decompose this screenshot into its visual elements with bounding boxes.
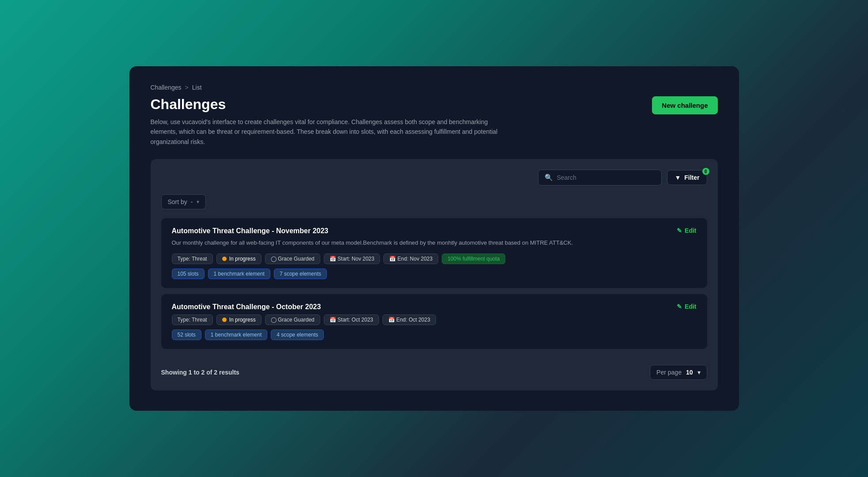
edit-button-2[interactable]: ✎ Edit: [677, 303, 696, 310]
challenge-title: Automotive Threat Challenge - October 20…: [172, 303, 697, 311]
edit-label: Edit: [685, 227, 696, 234]
tag-type: Type: Threat: [172, 314, 213, 325]
tag-scope: 4 scope elements: [271, 329, 324, 340]
filter-label: Filter: [684, 174, 699, 181]
page-header-text: Challenges Below, use vucavoid's interfa…: [151, 96, 513, 147]
per-page-select[interactable]: Per page 10 ▾: [650, 365, 707, 380]
edit-button-1[interactable]: ✎ Edit: [677, 227, 696, 234]
tag-slots: 105 slots: [172, 269, 205, 279]
status-dot-icon: [222, 257, 227, 261]
tag-start-date: 📅 Start: Nov 2023: [324, 254, 380, 264]
breadcrumb: Challenges > List: [151, 84, 718, 91]
search-box: 🔍: [538, 170, 662, 186]
tag-fulfillment: 100% fulfillment quota: [442, 254, 505, 264]
tag-end-date: 📅 End: Oct 2023: [383, 314, 436, 325]
tags-row-secondary: 52 slots 1 benchmark element 4 scope ele…: [172, 329, 697, 340]
content-panel: 🔍 ▼ Filter 0 Sort by - ▾ Automotive Thre…: [151, 159, 718, 390]
challenge-card: Automotive Threat Challenge - October 20…: [161, 294, 707, 349]
page-description: Below, use vucavoid's interface to creat…: [151, 117, 513, 147]
sort-label: Sort by: [168, 198, 187, 205]
tag-type: Type: Threat: [172, 254, 213, 264]
tag-benchmark: 1 benchmark element: [205, 329, 267, 340]
tag-user: ◯ Grace Guarded: [265, 254, 320, 264]
per-page-label: Per page: [656, 369, 682, 376]
per-page-value: 10: [686, 369, 693, 376]
toolbar: 🔍 ▼ Filter 0: [161, 170, 707, 186]
results-count: Showing 1 to 2 of 2 results: [161, 369, 239, 376]
per-page-arrow-icon: ▾: [697, 369, 701, 376]
breadcrumb-current: List: [192, 84, 202, 91]
edit-icon: ✎: [677, 303, 682, 310]
challenge-list: Automotive Threat Challenge - November 2…: [161, 218, 707, 349]
challenge-card: Automotive Threat Challenge - November 2…: [161, 218, 707, 288]
sort-bar: Sort by - ▾: [161, 194, 707, 209]
tag-start-date: 📅 Start: Oct 2023: [324, 314, 379, 325]
breadcrumb-separator: >: [185, 84, 189, 91]
status-dot-icon: [222, 318, 227, 322]
tags-row-main: Type: Threat In progress ◯ Grace Guarded…: [172, 254, 697, 264]
tag-user: ◯ Grace Guarded: [265, 314, 320, 325]
tag-status: In progress: [216, 254, 262, 264]
tags-row-secondary: 105 slots 1 benchmark element 7 scope el…: [172, 269, 697, 279]
edit-label: Edit: [685, 303, 696, 310]
filter-button[interactable]: ▼ Filter 0: [667, 170, 707, 185]
tag-benchmark: 1 benchmark element: [208, 269, 270, 279]
tags-row-main: Type: Threat In progress ◯ Grace Guarded…: [172, 314, 697, 325]
page-title: Challenges: [151, 96, 513, 113]
tag-scope: 7 scope elements: [274, 269, 327, 279]
page-header: Challenges Below, use vucavoid's interfa…: [151, 96, 718, 147]
sort-arrow-icon: ▾: [197, 199, 199, 205]
challenge-description: Our monthly challenge for all web-facing…: [172, 238, 697, 247]
sort-select[interactable]: Sort by - ▾: [161, 194, 206, 209]
edit-icon: ✎: [677, 227, 682, 234]
search-icon: 🔍: [545, 174, 553, 182]
tag-status: In progress: [216, 314, 262, 325]
tag-slots: 52 slots: [172, 329, 201, 340]
breadcrumb-parent[interactable]: Challenges: [151, 84, 182, 91]
new-challenge-button[interactable]: New challenge: [652, 96, 717, 114]
filter-badge: 0: [702, 168, 709, 175]
filter-icon: ▼: [675, 174, 681, 181]
sort-value: -: [191, 198, 193, 205]
tag-end-date: 📅 End: Nov 2023: [383, 254, 438, 264]
challenge-title: Automotive Threat Challenge - November 2…: [172, 227, 697, 235]
footer-bar: Showing 1 to 2 of 2 results Per page 10 …: [161, 358, 707, 380]
search-input[interactable]: [557, 174, 655, 181]
